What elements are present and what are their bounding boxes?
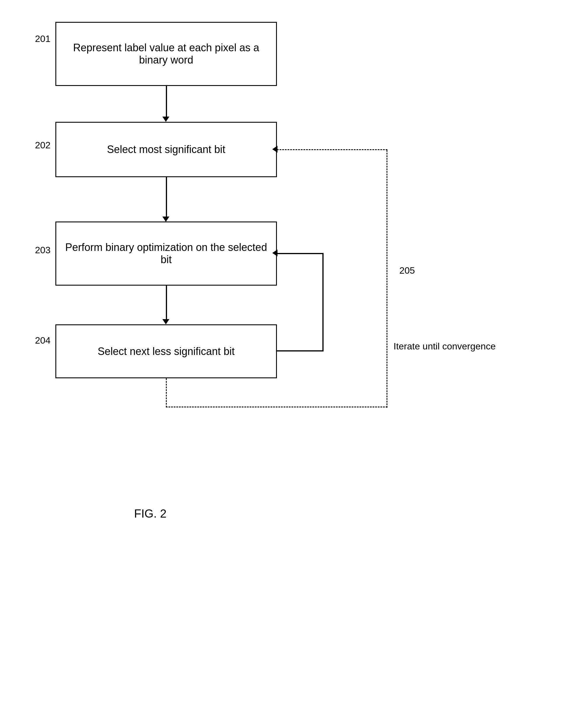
arrow-204-right [277,350,324,351]
dashed-bottom [166,407,387,408]
dashed-top [277,149,387,150]
dashed-right-vertical [387,150,388,408]
diagram-container: 201 Represent label value at each pixel … [17,12,542,682]
step-label-201: 201 [35,34,50,44]
arrowhead-203-to-204 [162,319,169,324]
box-201: Represent label value at each pixel as a… [55,22,277,86]
box-204-text: Select next less significant bit [98,345,235,358]
box-201-text: Represent label value at each pixel as a… [62,42,270,66]
step-label-203: 203 [35,245,50,256]
step-label-205: 205 [399,265,415,276]
box-204: Select next less significant bit [55,324,277,378]
iterate-text: Iterate until convergence [394,341,496,352]
box-202-text: Select most significant bit [107,143,225,156]
arrow-201-to-202 [166,86,167,118]
dashed-down-from-204 [166,378,167,407]
box-203-text: Perform binary optimization on the selec… [62,241,270,266]
arrow-to-203-left [277,253,324,254]
arrow-204-up-to-203 [322,253,324,351]
box-202: Select most significant bit [55,122,277,177]
arrow-202-to-203 [166,177,167,218]
arrowhead-201-to-202 [162,117,169,122]
arrowhead-dashed-to-202 [272,146,278,153]
figure-label: FIG. 2 [134,507,166,520]
box-203: Perform binary optimization on the selec… [55,221,277,286]
arrowhead-to-203 [272,249,278,256]
arrow-203-to-204 [166,286,167,321]
step-label-204: 204 [35,335,50,346]
step-label-202: 202 [35,140,50,151]
arrowhead-202-to-203 [162,217,169,222]
